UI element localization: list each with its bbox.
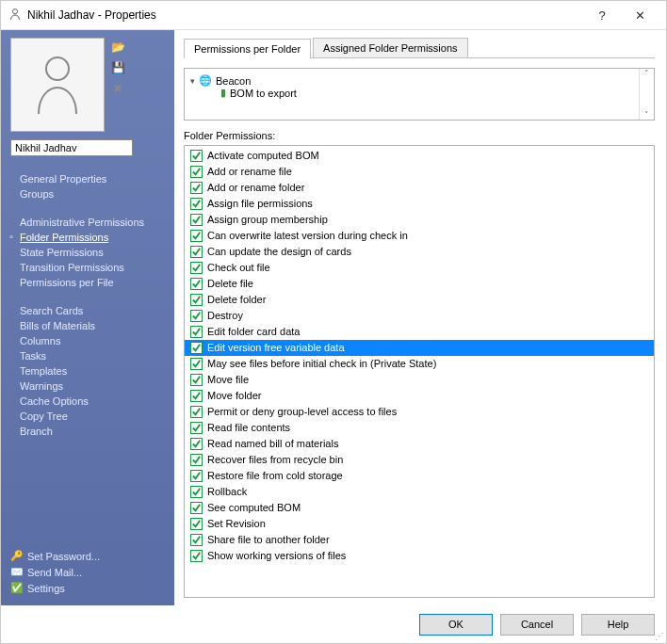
- permission-row[interactable]: Move folder: [185, 388, 654, 404]
- permission-row[interactable]: Check out file: [185, 260, 654, 276]
- permission-row[interactable]: Restore file from cold storage: [185, 468, 654, 484]
- permission-row[interactable]: Recover files from recycle bin: [185, 452, 654, 468]
- sidebar-item-columns[interactable]: Columns: [10, 335, 165, 350]
- svg-point-1: [46, 57, 69, 80]
- permission-label: Can overwrite latest version during chec…: [207, 229, 408, 243]
- tab-permissions-per-folder[interactable]: Permissions per Folder: [184, 39, 311, 58]
- sidebar-action-settings[interactable]: ✅Settings: [10, 582, 165, 598]
- checkbox[interactable]: [190, 182, 203, 194]
- cancel-button[interactable]: Cancel: [500, 614, 574, 636]
- permission-row[interactable]: Delete file: [185, 276, 654, 292]
- chevron-down-icon[interactable]: ▾: [190, 76, 195, 86]
- checkbox[interactable]: [190, 502, 203, 514]
- permission-row[interactable]: Rollback: [185, 484, 654, 500]
- sidebar-item-tasks[interactable]: Tasks: [10, 350, 165, 365]
- user-name-input[interactable]: [10, 139, 133, 156]
- checkbox[interactable]: [190, 166, 203, 178]
- sidebar-item-branch[interactable]: Branch: [10, 426, 165, 441]
- permission-label: Edit version free variable data: [207, 341, 345, 355]
- checkbox[interactable]: [190, 294, 203, 306]
- permission-row[interactable]: See computed BOM: [185, 500, 654, 516]
- permission-row[interactable]: Share file to another folder: [185, 532, 654, 548]
- tab-assigned-folder-permissions[interactable]: Assigned Folder Permissions: [313, 38, 467, 57]
- checkbox[interactable]: [190, 486, 203, 498]
- scroll-down-icon[interactable]: ˅: [640, 110, 654, 120]
- checkbox[interactable]: [190, 422, 203, 434]
- resize-grip[interactable]: ⋰: [655, 631, 664, 641]
- checkbox[interactable]: [190, 230, 203, 242]
- sidebar-item-cache-options[interactable]: Cache Options: [10, 395, 165, 411]
- sidebar-item-copy-tree[interactable]: Copy Tree: [10, 411, 165, 426]
- sidebar-item-groups[interactable]: Groups: [10, 188, 165, 203]
- sidebar-item-permissions-per-file[interactable]: Permissions per File: [10, 277, 165, 292]
- permission-row[interactable]: Show working versions of files: [185, 548, 654, 564]
- checkbox[interactable]: [190, 278, 203, 290]
- sidebar-item-templates[interactable]: Templates: [10, 365, 165, 380]
- permission-label: Delete folder: [207, 293, 266, 307]
- sidebar-item-warnings[interactable]: Warnings: [10, 380, 165, 395]
- help-button-bottom[interactable]: Help: [581, 614, 655, 636]
- checkbox[interactable]: [190, 534, 203, 546]
- checkbox[interactable]: [190, 262, 203, 274]
- mail-icon: ✉️: [10, 566, 24, 578]
- permission-row[interactable]: Read named bill of materials: [185, 436, 654, 452]
- checkbox[interactable]: [190, 310, 203, 322]
- permission-row[interactable]: Set Revision: [185, 516, 654, 532]
- sidebar-item-search-cards[interactable]: Search Cards: [10, 305, 165, 320]
- checkbox[interactable]: [190, 438, 203, 450]
- checkbox[interactable]: [190, 342, 203, 354]
- checkbox[interactable]: [190, 390, 203, 402]
- permission-row[interactable]: Add or rename file: [185, 164, 654, 180]
- checkbox[interactable]: [190, 214, 203, 226]
- permissions-list[interactable]: Activate computed BOMAdd or rename fileA…: [184, 145, 655, 598]
- permission-label: Read file contents: [207, 421, 290, 435]
- tree-scrollbar[interactable]: ˄ ˅: [639, 69, 654, 120]
- checkbox[interactable]: [190, 518, 203, 530]
- ok-button[interactable]: OK: [419, 614, 493, 636]
- close-button[interactable]: ✕: [621, 8, 659, 23]
- checkbox[interactable]: [190, 374, 203, 386]
- permission-row[interactable]: Destroy: [185, 308, 654, 324]
- checkbox[interactable]: [190, 550, 203, 562]
- permission-row[interactable]: Activate computed BOM: [185, 148, 654, 164]
- permission-row[interactable]: Move file: [185, 372, 654, 388]
- save-icon[interactable]: 💾: [110, 60, 125, 75]
- sidebar-item-general-properties[interactable]: General Properties: [10, 173, 165, 188]
- permission-row[interactable]: Add or rename folder: [185, 180, 654, 196]
- scroll-up-icon[interactable]: ˄: [640, 69, 654, 78]
- folder-tree[interactable]: ▾ 🌐 Beacon ▮ BOM to export ˄ ˅: [184, 68, 655, 121]
- help-button[interactable]: ?: [583, 8, 621, 23]
- sidebar-item-transition-permissions[interactable]: Transition Permissions: [10, 262, 165, 277]
- button-bar: OK Cancel Help ⋰: [1, 605, 666, 643]
- permission-row[interactable]: Permit or deny group-level access to fil…: [185, 404, 654, 420]
- tree-root-label[interactable]: Beacon: [216, 75, 251, 87]
- checkbox[interactable]: [190, 470, 203, 482]
- permission-row[interactable]: Delete folder: [185, 292, 654, 308]
- permission-row[interactable]: Edit version free variable data: [185, 340, 654, 356]
- sidebar-item-administrative-permissions[interactable]: Administrative Permissions: [10, 217, 165, 232]
- permission-row[interactable]: Can update the design of cards: [185, 244, 654, 260]
- checkbox[interactable]: [190, 454, 203, 466]
- checkbox[interactable]: [190, 406, 203, 418]
- svg-point-0: [12, 8, 17, 13]
- checkbox[interactable]: [190, 358, 203, 370]
- sidebar-item-bills-of-materials[interactable]: Bills of Materials: [10, 320, 165, 335]
- sidebar-item-folder-permissions[interactable]: Folder Permissions: [10, 232, 165, 247]
- tree-child-label[interactable]: BOM to export: [230, 88, 297, 99]
- sidebar-action-set-password-[interactable]: 🔑Set Password...: [10, 550, 165, 566]
- sidebar-action-send-mail-[interactable]: ✉️Send Mail...: [10, 566, 165, 582]
- checkbox[interactable]: [190, 326, 203, 338]
- permission-row[interactable]: Assign group membership: [185, 212, 654, 228]
- checkbox[interactable]: [190, 198, 203, 210]
- permission-row[interactable]: Read file contents: [185, 420, 654, 436]
- checkbox[interactable]: [190, 246, 203, 258]
- delete-icon[interactable]: ✖: [110, 81, 125, 96]
- checkbox[interactable]: [190, 150, 203, 162]
- permission-row[interactable]: Edit folder card data: [185, 324, 654, 340]
- open-icon[interactable]: 📂: [110, 40, 125, 55]
- sidebar-item-state-permissions[interactable]: State Permissions: [10, 247, 165, 262]
- permission-row[interactable]: Assign file permissions: [185, 196, 654, 212]
- permission-row[interactable]: May see files before initial check in (P…: [185, 356, 654, 372]
- folder-icon: ▮: [220, 87, 226, 99]
- permission-row[interactable]: Can overwrite latest version during chec…: [185, 228, 654, 244]
